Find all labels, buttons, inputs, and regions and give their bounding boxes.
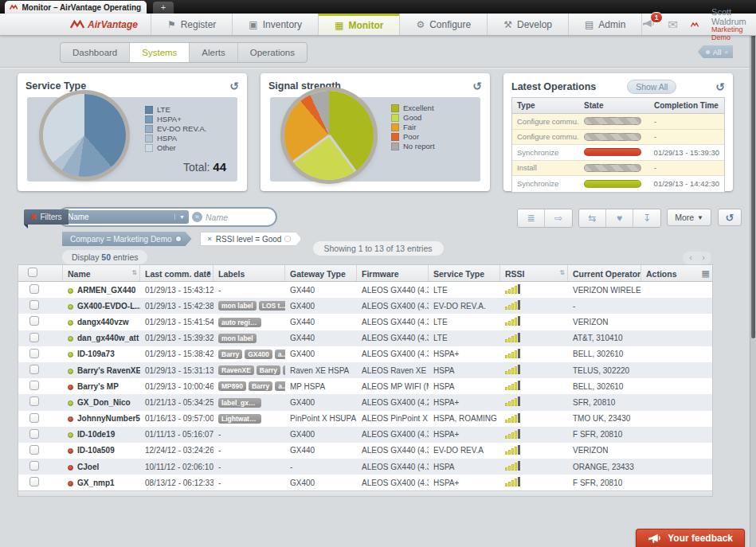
- scrollbar-thumb[interactable]: [751, 32, 755, 338]
- filter-field-select[interactable]: Name ▼: [61, 210, 189, 224]
- refresh-icon[interactable]: ↺: [472, 80, 482, 92]
- system-name-cell[interactable]: ID-10a509: [63, 446, 140, 455]
- label-chip[interactable]: mon label: [218, 334, 257, 343]
- ops-col-state[interactable]: State: [579, 98, 649, 113]
- tab-dashboard[interactable]: Dashboard: [61, 43, 130, 62]
- column-chooser-icon[interactable]: ▦: [702, 268, 710, 279]
- show-all-button[interactable]: Show All: [627, 80, 676, 94]
- user-menu[interactable]: Scott Waldrum Marketing Demo: [711, 7, 750, 42]
- system-name-cell[interactable]: ARMEN_GX440: [63, 286, 140, 295]
- row-checkbox[interactable]: [29, 284, 39, 294]
- operation-row[interactable]: Configure commu...-: [512, 114, 724, 130]
- table-row[interactable]: GX_Don_Nico01/21/13 - 05:34:25label_gx40…: [18, 394, 712, 410]
- label-chip[interactable]: Lightwater Branch: [218, 414, 261, 424]
- brand-logo[interactable]: AirVantage: [0, 14, 151, 35]
- favorite-button[interactable]: ♥: [606, 209, 633, 227]
- label-chip[interactable]: label_gx400_nmp: [218, 398, 261, 408]
- table-row[interactable]: Barry's MP01/29/13 - 10:00:46MP890Barrya…: [18, 378, 712, 394]
- window-scrollbar[interactable]: [750, 29, 756, 547]
- more-button[interactable]: More ▼: [667, 209, 711, 226]
- column-header-gateway-type[interactable]: Gateway Type: [285, 265, 357, 281]
- nav-item-configure[interactable]: ⚙Configure: [399, 14, 487, 35]
- table-row[interactable]: ID-109a7301/29/13 - 15:38:42BarryGX400a.…: [18, 346, 712, 362]
- ops-col-completion[interactable]: Completion Time: [649, 98, 724, 113]
- system-name-cell[interactable]: GX400-EVDO-L...: [63, 302, 140, 311]
- nav-item-monitor[interactable]: ▦Monitor: [318, 14, 399, 35]
- label-chip[interactable]: Barry: [249, 381, 272, 391]
- label-chip[interactable]: Barry: [218, 350, 242, 359]
- nav-item-develop[interactable]: ⚒Develop: [487, 14, 568, 35]
- row-checkbox[interactable]: [29, 461, 39, 471]
- table-refresh-button[interactable]: ↺: [718, 209, 742, 226]
- table-row[interactable]: JohnnyNumber501/16/13 - 09:57:00Lightwat…: [18, 411, 712, 427]
- row-checkbox[interactable]: [29, 333, 39, 342]
- label-chip[interactable]: RavenXE: [218, 365, 254, 375]
- signal-strength-pie-chart[interactable]: [284, 91, 374, 180]
- sort-icon[interactable]: ⇅: [559, 269, 565, 276]
- table-row[interactable]: GX_nmp108/13/12 - 06:12:33-GX400ALEOS GX…: [18, 475, 712, 490]
- row-checkbox[interactable]: [29, 445, 39, 455]
- tab-alerts[interactable]: Alerts: [190, 43, 237, 62]
- filter-search-input[interactable]: [206, 213, 273, 222]
- table-row[interactable]: ID-10de1901/11/13 - 05:16:07-GX400ALEOS …: [18, 427, 712, 443]
- table-row[interactable]: CJoel10/11/12 - 02:06:10--ALEOS GX440 (4…: [18, 459, 712, 475]
- operation-row[interactable]: Install-: [512, 161, 724, 177]
- ops-col-type[interactable]: Type: [512, 98, 579, 113]
- system-name-cell[interactable]: JohnnyNumber5: [63, 414, 140, 423]
- clear-filters-icon[interactable]: ✖: [30, 213, 37, 221]
- row-checkbox[interactable]: [29, 381, 39, 390]
- table-row[interactable]: dan_gx440w_att01/29/13 - 15:39:32mon lab…: [18, 330, 712, 346]
- refresh-icon[interactable]: ↺: [715, 80, 725, 93]
- nav-item-inventory[interactable]: ▣Inventory: [232, 14, 318, 35]
- refresh-icon[interactable]: ↺: [229, 80, 239, 92]
- label-button[interactable]: ⇨: [545, 209, 572, 227]
- new-tab-button[interactable]: +: [153, 2, 174, 14]
- filters-ribbon[interactable]: ✖ Filters: [24, 209, 69, 225]
- column-header-firmware[interactable]: Firmware: [357, 265, 429, 281]
- table-row[interactable]: Barry's RavenXE01/29/13 - 15:31:13RavenX…: [18, 362, 712, 378]
- filter-chip[interactable]: Company = Marketing Demo: [62, 232, 192, 246]
- chip-remove-icon[interactable]: ×: [208, 235, 212, 243]
- display-entries-control[interactable]: Display 50 entries: [62, 250, 147, 264]
- all-filter-chip[interactable]: All ×: [698, 45, 733, 58]
- label-chip[interactable]: a...: [275, 350, 285, 359]
- label-chip[interactable]: MP890: [218, 381, 246, 391]
- column-header-last-comm-date[interactable]: Last comm. date▾: [140, 265, 213, 281]
- column-header-labels[interactable]: Labels: [213, 265, 285, 281]
- filter-chip[interactable]: ×RSSI level = Good: [200, 232, 302, 246]
- next-page-button[interactable]: ›: [698, 252, 709, 264]
- row-checkbox[interactable]: [29, 397, 39, 406]
- list-view-button[interactable]: ≣: [518, 209, 545, 227]
- label-chip[interactable]: Barry: [257, 365, 280, 375]
- tab-operations[interactable]: Operations: [238, 43, 307, 62]
- sort-icon[interactable]: ⇅: [131, 269, 137, 276]
- system-name-cell[interactable]: ID-10de19: [63, 430, 140, 439]
- notifications-button[interactable]: 1: [642, 18, 655, 32]
- system-name-cell[interactable]: ID-109a73: [63, 350, 140, 358]
- display-count[interactable]: 50: [101, 252, 111, 262]
- column-header-select[interactable]: [18, 265, 63, 281]
- system-name-cell[interactable]: Barry's MP: [63, 382, 140, 391]
- label-chip[interactable]: GX400: [245, 350, 272, 359]
- row-checkbox[interactable]: [29, 365, 39, 374]
- system-name-cell[interactable]: Barry's RavenXE: [63, 366, 140, 375]
- select-all-checkbox[interactable]: [28, 268, 37, 277]
- feedback-button[interactable]: Your feedback: [636, 529, 745, 547]
- system-name-cell[interactable]: GX_nmp1: [63, 479, 140, 487]
- row-checkbox[interactable]: [29, 413, 39, 423]
- table-row[interactable]: ID-10a50912/24/12 - 03:24:26-GX440ALEOS …: [18, 443, 712, 459]
- sort-desc-icon[interactable]: ▾: [207, 269, 210, 276]
- nav-item-admin[interactable]: ▤Admin: [568, 14, 642, 35]
- row-checkbox[interactable]: [29, 300, 39, 310]
- table-row[interactable]: dangx440vzw01/29/13 - 15:41:54auto regis…: [18, 314, 712, 330]
- column-header-rssi[interactable]: RSSI⇅: [500, 265, 568, 281]
- system-name-cell[interactable]: dan_gx440w_att: [63, 334, 140, 342]
- row-checkbox[interactable]: [29, 316, 39, 326]
- column-header-current-operator[interactable]: Current Operator: [568, 265, 641, 281]
- operation-row[interactable]: Configure commu...-: [512, 130, 724, 146]
- label-chip[interactable]: mon label: [218, 301, 257, 311]
- filter-operator-icon[interactable]: ≈: [192, 212, 202, 222]
- table-row[interactable]: GX400-EVDO-L...01/29/13 - 15:42:38mon la…: [18, 298, 712, 314]
- system-name-cell[interactable]: dangx440vzw: [63, 318, 140, 326]
- system-name-cell[interactable]: GX_Don_Nico: [63, 398, 140, 407]
